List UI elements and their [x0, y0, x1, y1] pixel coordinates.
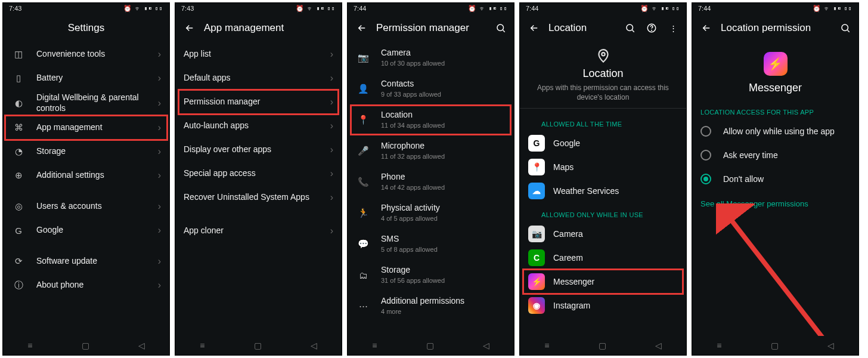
item-label: Digital Wellbeing & parental controls: [36, 92, 153, 113]
item-label: Special app access: [184, 168, 326, 179]
settings-list[interactable]: ◫Convenience tools›▯Battery›◐Digital Wel…: [3, 42, 169, 336]
app-row[interactable]: 📷Camera: [520, 222, 686, 246]
app-name: Instagram: [553, 301, 590, 310]
search-icon[interactable]: [837, 20, 854, 36]
app-mgmt-item[interactable]: Special app access›: [175, 162, 342, 186]
option-label: Allow only while using the app: [723, 126, 835, 136]
item-sublabel: 10 of 30 apps allowed: [381, 60, 506, 68]
app-name: Messenger: [749, 82, 802, 94]
settings-item[interactable]: GGoogle›: [3, 218, 169, 242]
item-label: Additional permissions: [381, 296, 506, 307]
help-icon[interactable]: [643, 20, 660, 36]
nav-recent-icon[interactable]: ≡: [544, 341, 549, 350]
permission-item[interactable]: 👤Contacts9 of 33 apps allowed: [348, 73, 514, 104]
item-icon: ◔: [11, 144, 26, 159]
back-icon[interactable]: [699, 21, 714, 35]
nav-back-icon[interactable]: ◁: [483, 341, 489, 350]
nav-bar: ≡ ▢ ◁: [692, 336, 858, 355]
nav-home-icon[interactable]: ▢: [254, 341, 262, 350]
back-icon[interactable]: [182, 21, 197, 35]
option-label: Ask every time: [723, 150, 778, 160]
chevron-right-icon: ›: [158, 201, 161, 212]
settings-item[interactable]: ▯Battery›: [3, 66, 169, 90]
nav-recent-icon[interactable]: ≡: [200, 341, 204, 350]
search-icon[interactable]: [622, 20, 638, 36]
permission-description: Apps with this permission can access thi…: [531, 84, 675, 102]
permission-options[interactable]: ⚡ Messenger LOCATION ACCESS FOR THIS APP…: [692, 42, 858, 336]
radio-option[interactable]: Ask every time: [692, 143, 858, 167]
chevron-right-icon: ›: [330, 121, 333, 131]
nav-back-icon[interactable]: ◁: [655, 341, 662, 350]
item-label: Google: [36, 225, 153, 236]
nav-back-icon[interactable]: ◁: [827, 341, 834, 350]
settings-item[interactable]: ⌘App management›: [3, 116, 169, 140]
permission-item[interactable]: ⋯Additional permissions4 more: [348, 291, 514, 322]
settings-item[interactable]: ◐Digital Wellbeing & parental controls›: [3, 90, 169, 116]
permission-item[interactable]: 📍Location11 of 34 apps allowed: [348, 104, 514, 135]
item-label: Display over other apps: [184, 144, 326, 155]
svg-point-5: [842, 24, 848, 31]
app-row[interactable]: CCareem: [520, 246, 686, 270]
title-bar: Permission manager: [348, 14, 514, 42]
location-apps-list[interactable]: Location Apps with this permission can a…: [520, 42, 686, 336]
settings-item[interactable]: ⟳Software update›: [3, 249, 169, 273]
status-time: 7:44: [698, 5, 711, 12]
more-icon[interactable]: ⋮: [665, 20, 681, 36]
permission-icon: 📞: [356, 175, 370, 189]
permission-item[interactable]: 💬SMS5 of 8 apps allowed: [348, 229, 514, 260]
back-icon[interactable]: [527, 21, 541, 35]
settings-item[interactable]: ◫Convenience tools›: [3, 42, 169, 66]
nav-recent-icon[interactable]: ≡: [27, 341, 32, 350]
app-mgmt-item[interactable]: App cloner›: [175, 219, 342, 243]
item-label: Location: [381, 110, 506, 121]
app-row[interactable]: ◉Instagram: [520, 294, 686, 317]
back-icon[interactable]: [355, 21, 369, 35]
permission-icon: 🗂: [356, 268, 370, 282]
app-mgmt-item[interactable]: Display over other apps›: [175, 138, 342, 162]
nav-back-icon[interactable]: ◁: [138, 341, 145, 350]
settings-item[interactable]: ◔Storage›: [3, 140, 169, 163]
app-row[interactable]: ⚡Messenger: [520, 270, 686, 294]
title-bar: App management: [175, 14, 342, 42]
page-title: Settings: [68, 22, 104, 34]
item-label: Permission manager: [184, 97, 326, 107]
nav-home-icon[interactable]: ▢: [426, 341, 434, 350]
app-header: ⚡ Messenger: [692, 42, 858, 100]
item-label: Default apps: [184, 73, 326, 84]
app-management-list[interactable]: App list›Default apps›Permission manager…: [175, 42, 342, 336]
radio-icon: [700, 126, 711, 137]
app-mgmt-item[interactable]: Default apps›: [175, 66, 342, 90]
permission-item[interactable]: 📷Camera10 of 30 apps allowed: [348, 42, 514, 73]
radio-option[interactable]: Don't allow: [692, 167, 858, 191]
app-mgmt-item[interactable]: Recover Uninstalled System Apps›: [175, 186, 342, 209]
permission-list[interactable]: 📷Camera10 of 30 apps allowed👤Contacts9 o…: [348, 42, 514, 336]
search-icon[interactable]: [492, 20, 509, 36]
nav-recent-icon[interactable]: ≡: [372, 341, 377, 350]
app-mgmt-item[interactable]: App list›: [175, 42, 342, 66]
item-label: About phone: [36, 280, 153, 291]
settings-item[interactable]: ⊕Additional settings›: [3, 163, 169, 187]
radio-option[interactable]: Allow only while using the app: [692, 119, 858, 143]
option-label: Don't allow: [723, 174, 764, 184]
app-row[interactable]: 📍Maps: [520, 155, 686, 179]
nav-recent-icon[interactable]: ≡: [717, 341, 721, 350]
nav-home-icon[interactable]: ▢: [771, 341, 779, 350]
app-mgmt-item[interactable]: Permission manager›: [175, 90, 342, 114]
app-row[interactable]: ☁Weather Services: [520, 179, 686, 203]
item-label: Additional settings: [36, 170, 153, 181]
permission-item[interactable]: 🏃Physical activity4 of 5 apps allowed: [348, 197, 514, 229]
nav-back-icon[interactable]: ◁: [311, 341, 317, 350]
settings-item[interactable]: ⓘAbout phone›: [3, 273, 169, 297]
nav-home-icon[interactable]: ▢: [599, 341, 606, 350]
item-label: Recover Uninstalled System Apps: [184, 192, 326, 203]
app-icon: 📍: [528, 159, 545, 175]
nav-home-icon[interactable]: ▢: [82, 341, 89, 350]
see-all-permissions-link[interactable]: See all Messenger permissions: [692, 191, 858, 217]
permission-item[interactable]: 🗂Storage31 of 56 apps allowed: [348, 260, 514, 291]
app-mgmt-item[interactable]: Auto-launch apps›: [175, 114, 342, 138]
settings-item[interactable]: ◎Users & accounts›: [3, 195, 169, 218]
item-sublabel: 5 of 8 apps allowed: [381, 246, 506, 254]
permission-item[interactable]: 🎤Microphone11 of 32 apps allowed: [348, 135, 514, 166]
app-row[interactable]: GGoogle: [520, 131, 686, 155]
permission-item[interactable]: 📞Phone14 of 42 apps allowed: [348, 166, 514, 197]
